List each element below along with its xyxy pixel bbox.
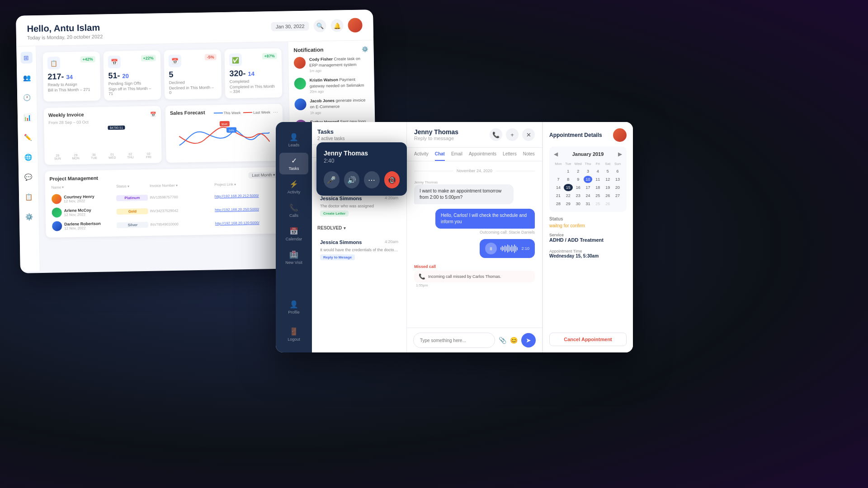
crm-sidebar: 👤 Leads ✓ Tasks ⚡ Activity 📞 Calls 📅 Cal…	[276, 122, 312, 352]
volume-button[interactable]: 🔊	[344, 171, 360, 188]
cal-day-20[interactable]: 20	[613, 184, 622, 191]
end-call-button[interactable]: 📵	[384, 171, 400, 188]
cal-day-21[interactable]: 21	[554, 192, 563, 199]
cal-day-9[interactable]: 9	[574, 176, 583, 183]
activity-icon: ⚡	[289, 180, 298, 188]
cal-day-2[interactable]: 2	[574, 168, 583, 175]
cal-day-24[interactable]: 24	[584, 192, 593, 199]
phone-button[interactable]: 📞	[490, 128, 502, 141]
contact-jessica-resolved[interactable]: Jessica Simmons 4:20am It would have the…	[315, 235, 404, 265]
cal-day-27[interactable]: 27	[613, 192, 622, 199]
tab-chat[interactable]: Chat	[435, 148, 445, 161]
mute-button[interactable]: 🎤	[324, 171, 340, 188]
emoji-icon[interactable]: 😊	[510, 337, 518, 344]
reply-jessica-resolved-btn[interactable]: Reply to Mesage	[320, 254, 355, 260]
legend-this-week: This Week	[214, 111, 241, 115]
contact-jessica-resolved-meta: Jessica Simmons 4:20am	[320, 239, 398, 246]
sidebar-icon-reports[interactable]: 📋	[23, 191, 34, 202]
project-filter[interactable]: Last Month ▾	[248, 172, 279, 178]
crm-nav-leads[interactable]: 👤 Leads	[279, 129, 308, 151]
cal-day-26[interactable]: 26	[603, 192, 612, 199]
cal-day-10[interactable]: 10	[584, 176, 593, 183]
cal-day-7[interactable]: 7	[554, 176, 563, 183]
cal-prev-btn[interactable]: ◀	[554, 151, 558, 157]
tab-activity[interactable]: Activity	[414, 148, 429, 161]
contact-jessica-resolved-name: Jessica Simmons	[320, 239, 362, 245]
cal-day-25[interactable]: 25	[593, 192, 602, 199]
bar-group-5: 02THU	[122, 151, 139, 159]
cal-day-14[interactable]: 14	[554, 184, 563, 191]
calendar-icon[interactable]: 📅	[150, 111, 156, 117]
crm-nav-activity[interactable]: ⚡ Activity	[279, 176, 308, 198]
wave-13	[517, 247, 518, 250]
cal-day-17[interactable]: 17	[584, 184, 593, 191]
cal-day-22[interactable]: 22	[564, 192, 573, 199]
tab-email[interactable]: Email	[451, 148, 462, 161]
close-button[interactable]: ✕	[522, 128, 535, 141]
project-title: Project Management	[49, 175, 98, 182]
cal-day-11[interactable]: 11	[593, 176, 602, 183]
cal-day-23[interactable]: 23	[574, 192, 583, 199]
sidebar-icon-users[interactable]: 👥	[21, 71, 33, 83]
notification-settings-icon[interactable]: ⚙️	[361, 46, 368, 52]
sidebar-icon-globe[interactable]: 🌐	[22, 151, 34, 163]
call-duration: 2:40	[324, 158, 400, 164]
tab-notes[interactable]: Notes	[523, 148, 535, 161]
cal-day-3[interactable]: 3	[584, 168, 593, 175]
cal-day-29[interactable]: 29	[564, 200, 573, 207]
more-icon[interactable]: ⋯	[273, 109, 278, 115]
cal-day-13[interactable]: 13	[613, 176, 622, 183]
cal-day-18[interactable]: 18	[593, 184, 602, 191]
wave-7	[509, 245, 509, 252]
search-button[interactable]: 🔍	[313, 19, 326, 32]
cal-day-12[interactable]: 12	[603, 176, 612, 183]
cal-day-19[interactable]: 19	[603, 184, 612, 191]
wave-3	[503, 247, 504, 250]
attachment-icon[interactable]: 📎	[499, 337, 506, 344]
cal-day-6[interactable]: 6	[613, 168, 622, 175]
cancel-appointment-btn[interactable]: Cancel Appointment	[549, 333, 627, 346]
crm-nav-profile[interactable]: 👤 Profile	[279, 296, 308, 318]
crm-nav-calendar[interactable]: 📅 Calendar	[279, 223, 308, 245]
cal-day-16[interactable]: 16	[574, 184, 583, 191]
resolved-section[interactable]: RESOLVED ▾	[312, 222, 406, 234]
proj-link-2[interactable]: http://192.168.20.250:5000/	[215, 206, 278, 211]
crm-nav-tasks[interactable]: ✓ Tasks	[279, 153, 308, 174]
crm-nav-calls[interactable]: 📞 Calls	[279, 200, 308, 221]
proj-link-3[interactable]: http://192.168.20.120:5000/	[215, 220, 278, 225]
cal-day-28[interactable]: 28	[554, 200, 563, 207]
cal-day-1[interactable]: 1	[564, 168, 573, 175]
tab-letters[interactable]: Letters	[503, 148, 517, 161]
bar-label-4: 01WED	[108, 153, 116, 159]
declined-icon: 📅	[169, 55, 181, 67]
cal-day-30[interactable]: 30	[574, 200, 583, 207]
add-button[interactable]: +	[506, 128, 519, 141]
cal-day-15[interactable]: 15	[564, 184, 573, 191]
more-options-button[interactable]: ⋯	[364, 171, 380, 188]
resolved-label: RESOLVED	[317, 225, 342, 230]
voice-pause-btn[interactable]: ⏸	[485, 243, 497, 254]
send-button[interactable]: ➤	[521, 333, 536, 347]
chat-input[interactable]	[413, 333, 495, 348]
proj-link-1[interactable]: http://192.168.20.212:5000/	[215, 193, 278, 198]
cal-next-btn[interactable]: ▶	[618, 151, 622, 157]
cal-day-8[interactable]: 8	[564, 176, 573, 183]
tab-appointments[interactable]: Appointments	[469, 148, 496, 161]
notification-bell[interactable]: 🔔	[330, 19, 343, 32]
sidebar-icon-chart[interactable]: 📊	[21, 111, 33, 123]
cal-day-4[interactable]: 4	[593, 168, 602, 175]
crm-nav-logout[interactable]: 🚪 Logout	[279, 324, 308, 345]
cal-day-31[interactable]: 31	[584, 200, 593, 207]
create-letter-btn[interactable]: Create Letter	[320, 211, 349, 216]
cal-day-5[interactable]: 5	[603, 168, 612, 175]
sidebar-icon-clock[interactable]: 🕐	[21, 91, 33, 103]
service-section-title: Service	[549, 233, 627, 237]
sidebar-icon-settings[interactable]: ⚙️	[23, 211, 35, 222]
sidebar-icon-chat[interactable]: 💬	[23, 171, 34, 183]
sidebar-icon-dashboard[interactable]: ⊞	[20, 52, 32, 63]
user-avatar[interactable]	[348, 18, 363, 33]
stat-card-ready: 📋 +42% 217- 34 Ready to Assign Bill in T…	[43, 52, 101, 102]
calls-label: Calls	[289, 213, 298, 218]
sidebar-icon-edit[interactable]: ✏️	[22, 131, 33, 143]
crm-nav-newvisit[interactable]: 🏥 New Visit	[279, 247, 308, 268]
